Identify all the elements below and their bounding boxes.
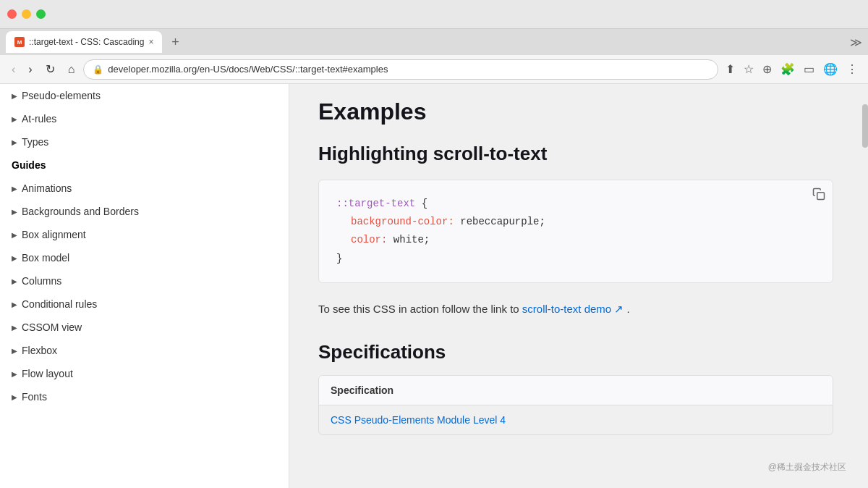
arrow-icon: ▶ [12, 393, 17, 401]
globe-button[interactable]: 🌐 [820, 59, 841, 79]
sidebar-item-flexbox[interactable]: ▶ Flexbox [0, 339, 289, 362]
refresh-button[interactable]: ↻ [41, 59, 59, 79]
more-button[interactable]: ⋮ [843, 59, 861, 79]
svg-rect-0 [817, 193, 825, 200]
spec-link[interactable]: CSS Pseudo-Elements Module Level 4 [331, 414, 506, 426]
sidebar-item-at-rules[interactable]: ▶ At-rules [0, 107, 289, 130]
code-block: ::target-text { background-color: rebecc… [318, 180, 833, 283]
arrow-icon: ▶ [12, 92, 17, 100]
active-tab[interactable]: M ::target-text - CSS: Cascading × [6, 31, 162, 53]
css-selector: ::target-text [336, 198, 415, 209]
lock-icon: 🔒 [93, 64, 103, 75]
forward-button[interactable]: › [24, 60, 36, 79]
sidebar-item-label: Flexbox [22, 345, 57, 356]
sidebar-item-label: Pseudo-elements [22, 90, 101, 101]
arrow-icon: ▶ [12, 115, 17, 123]
arrow-icon: ▶ [12, 185, 17, 193]
examples-heading: Examples [318, 98, 833, 125]
sidebar-item-label: Box model [22, 252, 69, 264]
window-controls [7, 9, 46, 19]
spec-table-header: Specification [319, 376, 833, 405]
sidebar-item-types[interactable]: ▶ Types [0, 130, 289, 153]
sidebar-item-box-model[interactable]: ▶ Box model [0, 246, 289, 269]
arrow-icon: ▶ [12, 254, 17, 262]
css-property-2: color: [351, 234, 387, 245]
sidebar-item-columns[interactable]: ▶ Columns [0, 269, 289, 293]
new-tab-button[interactable]: + [165, 32, 185, 52]
close-button[interactable] [7, 9, 17, 19]
highlight-heading: Highlighting scroll-to-text [318, 143, 833, 165]
sidebar-item-box-alignment[interactable]: ▶ Box alignment [0, 223, 289, 246]
scrollbar-thumb [862, 104, 868, 148]
sidebar-item-label: Conditional rules [22, 298, 97, 310]
sidebar-item-flow-layout[interactable]: ▶ Flow layout [0, 362, 289, 385]
right-scrollbar[interactable] [862, 84, 868, 488]
sidebar-button[interactable]: ▭ [801, 59, 817, 79]
title-bar [0, 0, 868, 29]
link-text: scroll-to-text demo [522, 303, 611, 315]
sidebar: ▶ Pseudo-elements ▶ At-rules ▶ Types Gui… [0, 84, 289, 488]
sidebar-item-animations[interactable]: ▶ Animations [0, 177, 289, 200]
page-content: ▶ Pseudo-elements ▶ At-rules ▶ Types Gui… [0, 84, 868, 488]
bookmark-button[interactable]: ☆ [741, 59, 757, 79]
main-content: Examples Highlighting scroll-to-text ::t… [289, 84, 862, 488]
sidebar-item-label: At-rules [22, 113, 56, 125]
browser-chrome: M ::target-text - CSS: Cascading × + ≫ ‹… [0, 0, 868, 488]
css-rule-1: background-color: rebeccapurple; [336, 213, 815, 231]
spec-table: Specification CSS Pseudo-Elements Module… [318, 375, 833, 435]
sidebar-item-label: Fonts [22, 391, 47, 403]
arrow-icon: ▶ [12, 370, 17, 378]
sidebar-item-fonts[interactable]: ▶ Fonts [0, 385, 289, 408]
css-value-1: rebeccapurple; [454, 216, 545, 227]
arrow-icon: ▶ [12, 324, 17, 332]
share-button[interactable]: ⬆ [723, 59, 738, 79]
address-bar[interactable]: 🔒 developer.mozilla.org/en-US/docs/Web/C… [83, 59, 718, 80]
css-property-1: background-color: [351, 216, 454, 227]
css-rule-2: color: white; [336, 231, 815, 249]
sidebar-item-label: Backgrounds and Borders [22, 206, 139, 217]
css-open-brace: { [422, 198, 427, 209]
home-button[interactable]: ⌂ [64, 60, 80, 79]
back-button[interactable]: ‹ [7, 60, 20, 79]
sidebar-section-guides: Guides [0, 153, 289, 177]
arrow-icon: ▶ [12, 347, 17, 355]
scroll-to-text-link[interactable]: scroll-to-text demo ↗ [522, 303, 627, 315]
url-text: developer.mozilla.org/en-US/docs/Web/CSS… [108, 64, 709, 75]
sidebar-item-backgrounds-borders[interactable]: ▶ Backgrounds and Borders [0, 200, 289, 223]
sidebar-item-label: Box alignment [22, 229, 86, 240]
external-link-icon: ↗ [614, 303, 624, 315]
tab-title: ::target-text - CSS: Cascading [29, 37, 144, 47]
sidebar-item-label: Animations [22, 182, 72, 194]
description-text: To see this CSS in action follow the lin… [318, 300, 833, 318]
css-value-2: white; [387, 234, 430, 245]
sidebar-item-label: CSSOM view [22, 321, 82, 333]
sidebar-item-label: Columns [22, 275, 61, 287]
tab-bar: M ::target-text - CSS: Cascading × + ≫ [0, 29, 868, 55]
sidebar-item-cssom-view[interactable]: ▶ CSSOM view [0, 316, 289, 339]
nav-actions: ⬆ ☆ ⊕ 🧩 ▭ 🌐 ⋮ [723, 59, 861, 79]
sidebar-item-label: Types [22, 136, 48, 148]
tab-close-button[interactable]: × [148, 37, 153, 47]
specifications-heading: Specifications [318, 341, 833, 363]
arrow-icon: ▶ [12, 277, 17, 285]
sidebar-item-label: Flow layout [22, 368, 73, 379]
extensions-button[interactable]: 🧩 [778, 59, 798, 79]
css-close-brace: } [336, 253, 342, 264]
profile-button[interactable]: ⊕ [760, 59, 775, 79]
spec-table-row: CSS Pseudo-Elements Module Level 4 [319, 405, 833, 434]
arrow-icon: ▶ [12, 208, 17, 216]
maximize-button[interactable] [36, 9, 46, 19]
minimize-button[interactable] [22, 9, 31, 19]
sidebar-item-conditional-rules[interactable]: ▶ Conditional rules [0, 293, 289, 316]
description-after: . [627, 303, 630, 315]
arrow-icon: ▶ [12, 138, 17, 146]
sidebar-item-pseudo-elements[interactable]: ▶ Pseudo-elements [0, 84, 289, 107]
description-before: To see this CSS in action follow the lin… [318, 303, 522, 315]
arrow-icon: ▶ [12, 231, 17, 239]
tab-favicon: M [14, 37, 25, 47]
arrow-icon: ▶ [12, 300, 17, 308]
tab-more-button[interactable]: ≫ [850, 35, 862, 49]
nav-bar: ‹ › ↻ ⌂ 🔒 developer.mozilla.org/en-US/do… [0, 55, 868, 84]
copy-button[interactable] [812, 188, 825, 203]
